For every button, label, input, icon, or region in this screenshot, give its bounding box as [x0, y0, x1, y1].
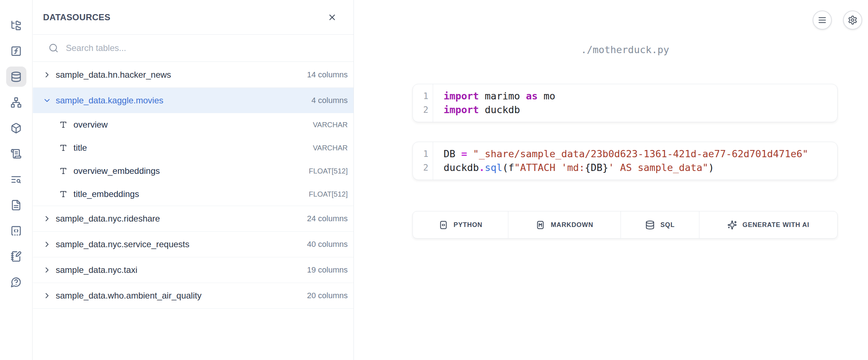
- table-row[interactable]: sample_data.nyc.rideshare 24 columns: [33, 206, 353, 232]
- code-token: mo: [538, 90, 555, 102]
- code-line: duckdb.sql(f"ATTACH 'md:{DB}' AS sample_…: [444, 161, 837, 175]
- code-token: }: [602, 162, 608, 173]
- table-column-count: 20 columns: [307, 291, 348, 300]
- icon-rail: [0, 0, 33, 360]
- settings-button[interactable]: [843, 10, 862, 30]
- sidebar-item-datasources[interactable]: [6, 67, 26, 87]
- table-name: sample_data.nyc.taxi: [56, 265, 137, 275]
- sidebar-item-logs[interactable]: [6, 143, 26, 164]
- settings-icon: [848, 15, 858, 25]
- sidebar-item-help[interactable]: [6, 272, 26, 292]
- code-token: (: [503, 162, 508, 173]
- function-square-icon: [10, 46, 22, 57]
- column-name: title_embeddings: [73, 189, 139, 199]
- sidebar-item-variables[interactable]: [6, 41, 26, 61]
- add-markdown-cell-button[interactable]: MARKDOWN: [508, 211, 621, 238]
- code-token: DB: [444, 148, 461, 159]
- chevron-right-icon: [43, 266, 51, 274]
- panel-header: DATASOURCES: [33, 0, 353, 35]
- line-number: 1: [413, 89, 428, 103]
- add-cell-bar: PYTHON MARKDOWN SQL GENERATE WITH AI: [412, 211, 838, 239]
- sidebar-item-dependencies[interactable]: [6, 92, 26, 112]
- table-row[interactable]: sample_data.hn.hacker_news 14 columns: [33, 62, 353, 88]
- chevron-right-icon: [43, 291, 51, 300]
- table-column-count: 24 columns: [307, 214, 348, 223]
- search-input[interactable]: [66, 43, 343, 53]
- code-token: ' AS sample_data": [608, 162, 708, 173]
- table-name: sample_data.kaggle.movies: [56, 95, 164, 106]
- table-name: sample_data.nyc.rideshare: [56, 214, 160, 224]
- code-token: {: [585, 162, 590, 173]
- code-cell[interactable]: 1 2 import marimo as mo import duckdb: [412, 84, 838, 122]
- marimo-app: DATASOURCES sample_data.hn.hacker_news 1…: [0, 0, 868, 360]
- add-python-cell-button[interactable]: PYTHON: [413, 211, 508, 238]
- column-type: VARCHAR: [313, 121, 348, 129]
- search-icon: [48, 43, 59, 53]
- code-token: import: [444, 90, 479, 102]
- table-column-count: 4 columns: [312, 96, 348, 105]
- sidebar-item-outline[interactable]: [6, 169, 26, 189]
- notebook-filename[interactable]: ./motherduck.py: [412, 44, 838, 55]
- close-panel-button[interactable]: [327, 12, 338, 23]
- add-sql-cell-button[interactable]: SQL: [621, 211, 699, 238]
- code-token: duckdb: [479, 104, 520, 115]
- table-row-selected[interactable]: sample_data.kaggle.movies 4 columns: [33, 88, 353, 113]
- sparkles-icon: [727, 220, 737, 230]
- table-column-count: 14 columns: [307, 70, 348, 80]
- generate-with-ai-button[interactable]: GENERATE WITH AI: [699, 211, 837, 238]
- code-token: .: [479, 162, 485, 173]
- code-token: [467, 148, 473, 159]
- line-number: 2: [413, 161, 428, 175]
- column-row[interactable]: overview_embeddings FLOAT[512]: [33, 159, 353, 183]
- table-column-count: 19 columns: [307, 265, 348, 275]
- code-token: f: [508, 162, 514, 173]
- code-line: import duckdb: [444, 103, 837, 117]
- code-token: duckdb: [444, 162, 479, 173]
- table-row[interactable]: sample_data.nyc.service_requests 40 colu…: [33, 232, 353, 257]
- column-row[interactable]: title VARCHAR: [33, 136, 353, 159]
- add-markdown-label: MARKDOWN: [551, 221, 593, 229]
- table-row[interactable]: sample_data.nyc.taxi 19 columns: [33, 257, 353, 283]
- network-icon: [10, 97, 22, 108]
- code-token: import: [444, 104, 479, 115]
- code-token: DB: [590, 162, 602, 173]
- code-token: as: [526, 90, 538, 102]
- line-number-gutter: 1 2: [413, 142, 433, 180]
- table-name: sample_data.nyc.service_requests: [56, 239, 190, 249]
- sidebar-item-snippets[interactable]: [6, 220, 26, 241]
- column-type: VARCHAR: [313, 144, 348, 152]
- cells-column: ./motherduck.py 1 2 import marimo as mo …: [412, 0, 838, 360]
- code-token: =: [461, 148, 467, 159]
- column-type: FLOAT[512]: [309, 167, 348, 175]
- column-type: FLOAT[512]: [309, 190, 348, 198]
- search-bar: [33, 35, 353, 62]
- text-search-icon: [10, 174, 22, 185]
- table-name: sample_data.hn.hacker_news: [56, 70, 171, 80]
- package-icon: [10, 123, 22, 134]
- type-icon: [59, 121, 67, 129]
- line-number: 2: [413, 103, 428, 117]
- code-editor[interactable]: DB = "_share/sample_data/23b0d623-1361-4…: [433, 142, 837, 180]
- column-row[interactable]: title_embeddings FLOAT[512]: [33, 183, 353, 206]
- type-icon: [59, 190, 67, 198]
- table-columns-list: overview VARCHAR title VARCHAR overview_…: [33, 113, 353, 206]
- x-icon: [327, 13, 337, 22]
- notebook-main: ./motherduck.py 1 2 import marimo as mo …: [354, 0, 868, 360]
- file-text-icon: [10, 200, 22, 211]
- sidebar-item-packages[interactable]: [6, 118, 26, 138]
- folder-tree-icon: [10, 20, 22, 31]
- sidebar-item-file-explorer[interactable]: [6, 15, 26, 35]
- add-sql-label: SQL: [660, 221, 674, 229]
- column-name: overview_embeddings: [73, 166, 160, 176]
- code-square-icon: [439, 220, 448, 230]
- code-token: sql: [485, 162, 503, 173]
- code-editor[interactable]: import marimo as mo import duckdb: [433, 84, 837, 122]
- table-column-count: 40 columns: [307, 240, 348, 249]
- code-cell[interactable]: 1 2 DB = "_share/sample_data/23b0d623-13…: [412, 142, 838, 180]
- markdown-icon: [535, 220, 545, 230]
- code-line: import marimo as mo: [444, 89, 837, 103]
- table-row[interactable]: sample_data.who.ambient_air_quality 20 c…: [33, 283, 353, 309]
- sidebar-item-scratchpad[interactable]: [6, 246, 26, 266]
- column-row[interactable]: overview VARCHAR: [33, 113, 353, 136]
- sidebar-item-documentation[interactable]: [6, 195, 26, 215]
